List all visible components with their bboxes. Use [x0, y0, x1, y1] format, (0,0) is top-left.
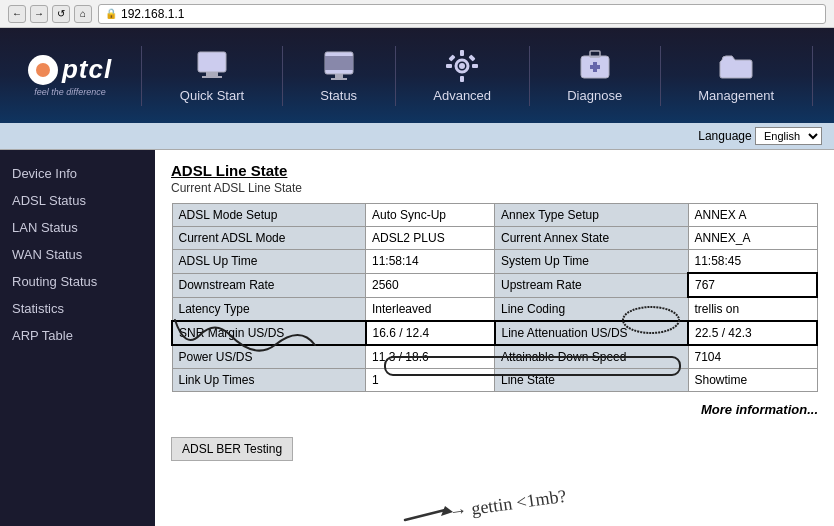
- upstream-value: 767: [688, 273, 817, 297]
- table-row-snr: SNR Margin US/DS 16.6 / 12.4 Line Attenu…: [172, 321, 817, 345]
- monitor-icon: [321, 48, 357, 84]
- value-cell: 11:58:14: [366, 250, 495, 274]
- nav-label-advanced: Advanced: [433, 88, 491, 103]
- label-cell: Line State: [495, 369, 689, 392]
- svg-rect-14: [469, 54, 476, 61]
- refresh-button[interactable]: ↺: [52, 5, 70, 23]
- sidebar-item-device-info[interactable]: Device Info: [0, 160, 155, 187]
- nav-divider-1: [141, 46, 142, 106]
- nav-management[interactable]: Management: [683, 48, 789, 103]
- sidebar-item-adsl-status[interactable]: ADSL Status: [0, 187, 155, 214]
- downstream-value: 2560: [366, 273, 495, 297]
- table-row: Power US/DS 11.3 / 18.6 Attainable Down …: [172, 345, 817, 369]
- folder-icon: [718, 48, 754, 84]
- table-row: ADSL Mode Setup Auto Sync-Up Annex Type …: [172, 204, 817, 227]
- more-info-link[interactable]: More information...: [701, 402, 818, 417]
- label-cell: Annex Type Setup: [495, 204, 689, 227]
- label-cell: ADSL Up Time: [172, 250, 366, 274]
- back-button[interactable]: ←: [8, 5, 26, 23]
- svg-rect-4: [325, 56, 353, 70]
- svg-rect-1: [206, 72, 218, 76]
- label-cell: Current ADSL Mode: [172, 227, 366, 250]
- value-cell: Interleaved: [366, 297, 495, 321]
- svg-rect-11: [446, 64, 452, 68]
- url-text: 192.168.1.1: [121, 7, 184, 21]
- ber-testing-button[interactable]: ADSL BER Testing: [171, 437, 293, 461]
- gear-icon: [444, 48, 480, 84]
- forward-button[interactable]: →: [30, 5, 48, 23]
- table-row: Current ADSL Mode ADSL2 PLUS Current Ann…: [172, 227, 817, 250]
- attenuation-value: 22.5 / 42.3: [688, 321, 817, 345]
- value-cell: 1: [366, 369, 495, 392]
- svg-rect-9: [460, 50, 464, 56]
- nav-label-diagnose: Diagnose: [567, 88, 622, 103]
- value-cell: trellis on: [688, 297, 817, 321]
- adsl-table: ADSL Mode Setup Auto Sync-Up Annex Type …: [171, 203, 818, 392]
- nav-label-management: Management: [698, 88, 774, 103]
- adsl-subtitle: Current ADSL Line State: [171, 181, 818, 195]
- label-cell: System Up Time: [495, 250, 689, 274]
- value-cell: 11.3 / 18.6: [366, 345, 495, 369]
- upstream-label: Upstream Rate: [495, 273, 689, 297]
- value-cell: ADSL2 PLUS: [366, 227, 495, 250]
- nav-items: Quick Start Status: [130, 46, 824, 106]
- nav-label-status: Status: [320, 88, 357, 103]
- svg-rect-2: [202, 76, 222, 78]
- svg-rect-10: [460, 76, 464, 82]
- value-cell: 11:58:45: [688, 250, 817, 274]
- nav-quick-start[interactable]: Quick Start: [165, 48, 259, 103]
- sidebar-item-routing-status[interactable]: Routing Status: [0, 268, 155, 295]
- label-cell: ADSL Mode Setup: [172, 204, 366, 227]
- home-button[interactable]: ⌂: [74, 5, 92, 23]
- label-cell: Link Up Times: [172, 369, 366, 392]
- attainable-speed-label: Attainable Down Speed: [495, 345, 689, 369]
- sidebar-item-arp-table[interactable]: ARP Table: [0, 322, 155, 349]
- language-label: Language: [698, 129, 751, 143]
- value-cell: ANNEX A: [688, 204, 817, 227]
- logo-tagline: feel the difference: [34, 87, 106, 97]
- browser-bar: ← → ↺ ⌂ 🔒 192.168.1.1: [0, 0, 834, 28]
- nav-divider-6: [812, 46, 813, 106]
- downstream-label: Downstream Rate: [172, 273, 366, 297]
- svg-rect-0: [198, 52, 226, 72]
- svg-rect-18: [590, 65, 600, 69]
- table-row-downstream: Downstream Rate 2560 Upstream Rate 767: [172, 273, 817, 297]
- sidebar-item-wan-status[interactable]: WAN Status: [0, 241, 155, 268]
- snr-label: SNR Margin US/DS: [172, 321, 366, 345]
- language-select[interactable]: English: [755, 127, 822, 145]
- logo-area: ptcl feel the difference: [10, 54, 130, 97]
- table-row: Link Up Times 1 Line State Showtime: [172, 369, 817, 392]
- address-bar[interactable]: 🔒 192.168.1.1: [98, 4, 826, 24]
- nav-divider-5: [660, 46, 661, 106]
- sidebar-item-statistics[interactable]: Statistics: [0, 295, 155, 322]
- label-cell: Latency Type: [172, 297, 366, 321]
- nav-divider-2: [282, 46, 283, 106]
- nav-label-quick-start: Quick Start: [180, 88, 244, 103]
- svg-rect-6: [331, 78, 347, 80]
- nav-advanced[interactable]: Advanced: [418, 48, 506, 103]
- value-cell: ANNEX_A: [688, 227, 817, 250]
- attainable-speed-value: 7104: [688, 345, 817, 369]
- nav-status[interactable]: Status: [305, 48, 372, 103]
- sidebar-item-lan-status[interactable]: LAN Status: [0, 214, 155, 241]
- computer-icon: [194, 48, 230, 84]
- nav-diagnose[interactable]: Diagnose: [552, 48, 637, 103]
- svg-rect-13: [449, 54, 456, 61]
- nav-divider-4: [529, 46, 530, 106]
- label-cell: Power US/DS: [172, 345, 366, 369]
- medkit-icon: [577, 48, 613, 84]
- adsl-title: ADSL Line State: [171, 162, 818, 179]
- table-row: Latency Type Interleaved Line Coding tre…: [172, 297, 817, 321]
- svg-point-8: [459, 63, 465, 69]
- language-bar: Language English: [0, 123, 834, 150]
- value-cell: Auto Sync-Up: [366, 204, 495, 227]
- label-cell: Line Coding: [495, 297, 689, 321]
- nav-divider-3: [395, 46, 396, 106]
- navbar: ptcl feel the difference Quick Start Sta…: [0, 28, 834, 123]
- snr-value: 16.6 / 12.4: [366, 321, 495, 345]
- main-layout: Device Info ADSL Status LAN Status WAN S…: [0, 150, 834, 526]
- svg-marker-24: [441, 506, 453, 516]
- content-area: ADSL Line State Current ADSL Line State …: [155, 150, 834, 526]
- value-cell: Showtime: [688, 369, 817, 392]
- label-cell: Current Annex State: [495, 227, 689, 250]
